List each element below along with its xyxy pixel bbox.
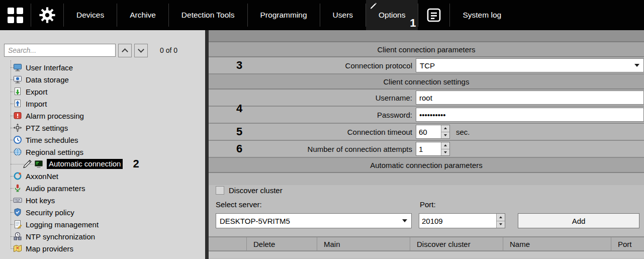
password-input[interactable] [416,108,644,122]
log-file-icon [13,220,22,229]
sidebar-item-alarm-processing[interactable]: Alarm processing [0,110,205,122]
search-result-count: 0 of 0 [160,46,177,54]
column-header-name: Name [503,237,611,250]
discover-cluster-label: Discover cluster [229,186,283,195]
sidebar-item-label: Map providers [26,244,73,253]
system-log-button[interactable] [418,0,449,30]
sidebar-item-regional-settings[interactable]: Regional settings [0,146,205,158]
sidebar-item-label: Security policy [26,208,74,217]
connection-timeout-row: 5 Connection timeout sec. [209,124,644,141]
connection-protocol-select[interactable]: TCP [416,58,644,72]
dropdown-arrow-icon [634,64,639,67]
tab-label: Archive [130,11,156,20]
toolbar-tab-archive[interactable]: Archive [117,0,168,30]
globe-icon [13,147,22,156]
sidebar-item-label: Hot keys [26,196,55,205]
sidebar-item-label: Data storage [26,75,69,84]
section-header-client-connection-parameters: Client connection parameters [209,42,644,57]
server-select[interactable]: DESKTOP-5VRITM5 [216,213,412,228]
tab-label: Users [333,11,353,20]
log-icon [426,7,442,23]
spin-down-button[interactable] [497,221,505,228]
add-server-button[interactable]: Add [518,213,639,228]
chevron-up-icon [122,48,128,55]
sidebar-item-ptz-settings[interactable]: PTZ settings [0,122,205,134]
sidebar-item-label: Audio parameters [26,184,85,193]
spin-down-button[interactable] [441,132,449,139]
sidebar-item-label: Time schedules [26,136,78,144]
arrow-down-icon [444,134,447,136]
tab-label: Devices [76,11,104,20]
map-icon [13,244,22,253]
axxonnet-icon [13,171,22,181]
servers-table-body [209,251,644,258]
password-row: 4 Password: [209,107,644,124]
tab-label: Options [379,11,405,20]
username-input[interactable] [416,91,644,105]
toolbar-tab-options[interactable]: Options 1 [366,0,418,30]
connection-protocol-value: TCP [420,61,435,70]
sidebar-item-automatic-connection[interactable]: Automatic connection 2 [0,158,205,170]
discover-cluster-checkbox[interactable] [216,186,224,195]
sidebar-item-label: Import [26,100,47,108]
toolbar-tab-detection-tools[interactable]: Detection Tools [169,0,247,30]
sidebar-item-label: Automatic connection [47,159,123,169]
connection-protocol-row: 3 Connection protocol TCP [209,57,644,74]
annotation-2: 2 [133,158,139,169]
sidebar-item-ntp-synchronization[interactable]: NTP synchronization [0,230,205,242]
sidebar-item-export[interactable]: Export [0,85,205,98]
layout-menu-button[interactable] [0,0,31,30]
sidebar-item-audio-parameters[interactable]: Audio parameters [0,182,205,194]
section-title: Automatic connection parameters [370,161,482,169]
arrow-up-icon [444,127,447,129]
microphone-icon [13,184,22,193]
annotation-6: 6 [236,143,242,154]
column-header-empty [209,237,246,250]
search-prev-button[interactable] [118,44,132,57]
toolbar-tab-programming[interactable]: Programming [248,0,320,30]
toolbar-tab-devices[interactable]: Devices [64,0,117,30]
connection-timeout-input[interactable] [416,125,441,138]
connection-timeout-spinner[interactable] [416,125,450,139]
port-spinner[interactable] [419,213,505,228]
sidebar-item-label: NTP synchronization [26,232,95,241]
spin-up-button[interactable] [441,142,449,149]
search-next-button[interactable] [134,44,148,57]
sidebar-item-logging-management[interactable]: Logging management [0,218,205,230]
sidebar-item-time-schedules[interactable]: Time schedules [0,134,205,146]
sidebar-item-security-policy[interactable]: Security policy [0,206,205,218]
username-row: Username: [209,90,644,107]
monitor-icon [13,63,22,72]
annotation-5: 5 [236,126,242,137]
spin-down-button[interactable] [441,149,449,156]
pencil-icon [369,1,379,11]
spinner-buttons [441,125,449,138]
spin-up-button[interactable] [441,125,449,132]
arrow-up-icon [499,216,502,218]
annotation-1: 1 [410,18,416,29]
sidebar-item-user-interface[interactable]: User Interface [0,61,205,73]
keyboard-icon [13,196,22,205]
sidebar-item-data-storage[interactable]: Data storage [0,73,205,85]
search-input[interactable] [4,44,116,57]
sidebar-item-label: AxxonNet [26,172,58,181]
settings-panel: Client connection parameters 3 Connectio… [209,30,644,259]
ptz-icon [13,123,22,132]
sidebar-item-import[interactable]: Import [0,98,205,110]
toolbar-tab-users[interactable]: Users [320,0,365,30]
dropdown-arrow-icon [402,219,407,222]
connection-attempts-input[interactable] [416,142,441,155]
sidebar-item-axxonnet[interactable]: AxxonNet [0,170,205,182]
select-server-label: Select server: [216,200,262,209]
toolbar-tab-system-log[interactable]: System log [450,0,514,30]
column-header-port: Port [611,237,644,250]
sidebar-item-map-providers[interactable]: Map providers [0,242,205,254]
port-input[interactable] [419,214,496,228]
terminal-icon [34,159,43,168]
sidebar-item-hot-keys[interactable]: Hot keys [0,194,205,206]
column-header-main: Main [317,237,410,250]
settings-gear-button[interactable] [31,0,63,30]
panel-divider [205,30,209,259]
spin-up-button[interactable] [497,214,505,221]
connection-attempts-spinner[interactable] [416,142,450,156]
